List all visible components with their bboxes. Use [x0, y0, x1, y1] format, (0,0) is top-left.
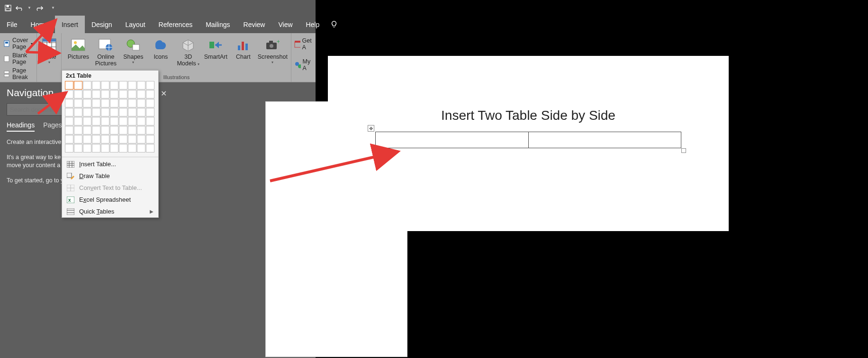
grid-cell[interactable] — [83, 135, 91, 143]
quick-tables-menuitem[interactable]: Quick Tables ▶ — [62, 206, 158, 217]
grid-cell[interactable] — [110, 144, 118, 152]
grid-cell[interactable] — [128, 135, 136, 143]
3d-models-button[interactable]: 3D Models ▾ — [174, 35, 202, 67]
pictures-button[interactable]: Pictures — [64, 35, 92, 67]
tab-mailings[interactable]: Mailings — [199, 16, 236, 33]
icons-button[interactable]: Icons — [147, 35, 174, 67]
grid-cell[interactable] — [119, 90, 127, 98]
grid-cell[interactable] — [101, 108, 109, 116]
cover-page-button[interactable]: Cover Page ▾ — [3, 36, 34, 51]
grid-cell[interactable] — [74, 144, 82, 152]
grid-cell[interactable] — [74, 108, 82, 116]
grid-cell[interactable] — [128, 117, 136, 125]
grid-cell[interactable] — [110, 81, 118, 90]
tab-insert[interactable]: Insert — [55, 16, 85, 33]
grid-cell[interactable] — [128, 81, 136, 90]
grid-cell[interactable] — [110, 117, 118, 125]
online-pictures-button[interactable]: Online Pictures — [92, 35, 119, 67]
grid-cell[interactable] — [137, 108, 145, 116]
grid-cell[interactable] — [146, 81, 154, 90]
grid-cell[interactable] — [119, 135, 127, 143]
grid-cell[interactable] — [83, 81, 91, 90]
close-icon[interactable]: ✕ — [161, 89, 167, 98]
grid-cell[interactable] — [110, 90, 118, 98]
grid-cell[interactable] — [92, 108, 100, 116]
grid-cell[interactable] — [101, 144, 109, 152]
grid-cell[interactable] — [119, 117, 127, 125]
inserted-table[interactable] — [375, 132, 681, 148]
grid-cell[interactable] — [146, 117, 154, 125]
grid-cell[interactable] — [83, 99, 91, 107]
grid-cell[interactable] — [146, 99, 154, 107]
grid-cell[interactable] — [110, 135, 118, 143]
redo-icon[interactable] — [35, 5, 44, 11]
tab-layout[interactable]: Layout — [119, 16, 152, 33]
grid-cell[interactable] — [146, 144, 154, 152]
grid-cell[interactable] — [119, 99, 127, 107]
table-row[interactable] — [376, 132, 681, 148]
grid-cell[interactable] — [92, 99, 100, 107]
grid-cell[interactable] — [74, 126, 82, 134]
grid-cell[interactable] — [65, 99, 73, 107]
grid-cell[interactable] — [65, 135, 73, 143]
shapes-button[interactable]: Shapes ▾ — [119, 35, 147, 67]
grid-cell[interactable] — [65, 108, 73, 116]
grid-cell[interactable] — [83, 108, 91, 116]
table-grid-picker[interactable] — [62, 80, 158, 156]
grid-cell[interactable] — [110, 99, 118, 107]
insert-table-menuitem[interactable]: Insert Table... — [62, 158, 158, 170]
grid-cell[interactable] — [137, 126, 145, 134]
tab-help[interactable]: Help — [299, 16, 326, 33]
grid-cell[interactable] — [92, 126, 100, 134]
tab-file[interactable]: File — [0, 16, 24, 33]
grid-cell[interactable] — [101, 90, 109, 98]
grid-cell[interactable] — [65, 90, 73, 98]
grid-cell[interactable] — [137, 90, 145, 98]
chart-button[interactable]: Chart — [229, 35, 257, 67]
grid-cell[interactable] — [101, 117, 109, 125]
get-addins-button[interactable]: Get A — [293, 36, 314, 52]
tab-home[interactable]: Home — [24, 16, 55, 33]
grid-cell[interactable] — [137, 99, 145, 107]
tab-pages[interactable]: Pages — [43, 121, 62, 132]
grid-cell[interactable] — [92, 135, 100, 143]
grid-cell[interactable] — [92, 90, 100, 98]
grid-cell[interactable] — [119, 108, 127, 116]
grid-cell[interactable] — [74, 135, 82, 143]
excel-spreadsheet-menuitem[interactable]: x Excel Spreadsheet — [62, 194, 158, 206]
grid-cell[interactable] — [83, 126, 91, 134]
grid-cell[interactable] — [119, 81, 127, 90]
grid-cell[interactable] — [74, 81, 82, 90]
grid-cell[interactable] — [74, 117, 82, 125]
undo-dropdown-icon[interactable]: ▼ — [27, 6, 31, 10]
grid-cell[interactable] — [146, 126, 154, 134]
grid-cell[interactable] — [128, 126, 136, 134]
grid-cell[interactable] — [65, 144, 73, 152]
grid-cell[interactable] — [92, 117, 100, 125]
blank-page-button[interactable]: Blank Page — [3, 51, 34, 66]
tab-references[interactable]: References — [152, 16, 199, 33]
grid-cell[interactable] — [137, 81, 145, 90]
grid-cell[interactable] — [119, 144, 127, 152]
grid-cell[interactable] — [74, 90, 82, 98]
grid-cell[interactable] — [101, 81, 109, 90]
grid-cell[interactable] — [128, 144, 136, 152]
undo-icon[interactable] — [15, 5, 24, 11]
smartart-button[interactable]: SmartArt — [202, 35, 229, 67]
grid-cell[interactable] — [92, 81, 100, 90]
grid-cell[interactable] — [110, 108, 118, 116]
grid-cell[interactable] — [83, 144, 91, 152]
grid-cell[interactable] — [83, 117, 91, 125]
draw-table-menuitem[interactable]: Draw Table — [62, 170, 158, 182]
grid-cell[interactable] — [74, 99, 82, 107]
grid-cell[interactable] — [101, 99, 109, 107]
grid-cell[interactable] — [101, 135, 109, 143]
table-resize-handle[interactable] — [681, 148, 686, 153]
grid-cell[interactable] — [83, 90, 91, 98]
tab-headings[interactable]: Headings — [7, 121, 35, 132]
tell-me-icon[interactable] — [330, 16, 338, 33]
my-addins-button[interactable]: My A — [293, 57, 314, 73]
table-cell[interactable] — [376, 132, 529, 148]
grid-cell[interactable] — [146, 108, 154, 116]
tab-view[interactable]: View — [271, 16, 299, 33]
